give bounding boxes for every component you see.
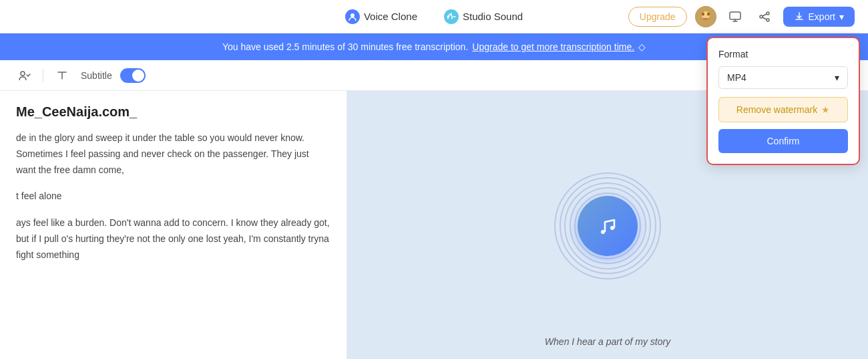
confirm-button[interactable]: Confirm bbox=[718, 129, 848, 153]
svg-point-0 bbox=[351, 13, 355, 17]
studio-sound-nav[interactable]: Studio Sound bbox=[439, 7, 528, 27]
banner-message: You have used 2.5 minutes of 30 minutes … bbox=[222, 41, 468, 52]
track-title: Me_CeeNaija.com_ bbox=[16, 104, 331, 120]
voice-clone-nav[interactable]: Voice Clone bbox=[340, 7, 423, 27]
remove-watermark-label: Remove watermark bbox=[736, 104, 817, 115]
studio-sound-icon bbox=[444, 9, 459, 24]
format-value: MP4 bbox=[727, 72, 746, 83]
lyrics-block-1: de in the glory and sweep it under the t… bbox=[16, 130, 331, 178]
export-button[interactable]: Export ▾ bbox=[783, 7, 855, 27]
star-icon: ★ bbox=[821, 104, 830, 115]
voice-clone-icon bbox=[345, 9, 360, 24]
svg-point-4 bbox=[707, 12, 710, 15]
remove-watermark-button[interactable]: Remove watermark ★ bbox=[718, 97, 848, 122]
subtitle-overlay: When I hear a part of my story bbox=[545, 336, 670, 347]
svg-point-10 bbox=[601, 230, 605, 234]
svg-point-3 bbox=[702, 12, 704, 15]
lyrics-block-2: t feel alone bbox=[16, 189, 331, 205]
toolbar-divider bbox=[43, 69, 43, 82]
text-icon[interactable] bbox=[51, 65, 73, 86]
header: Voice Clone Studio Sound Upgrade bbox=[0, 0, 868, 33]
header-right: Upgrade bbox=[628, 6, 855, 27]
lyrics-block-3: ays feel like a burden. Don't wanna add … bbox=[16, 215, 331, 263]
svg-point-11 bbox=[610, 226, 614, 230]
share-icon[interactable] bbox=[754, 6, 775, 27]
chevron-down-icon: ▾ bbox=[835, 72, 839, 83]
left-panel: Me_CeeNaija.com_ de in the glory and swe… bbox=[0, 91, 347, 359]
avatar[interactable] bbox=[695, 6, 716, 27]
svg-point-8 bbox=[767, 19, 769, 21]
format-label: Format bbox=[718, 49, 848, 59]
studio-sound-label: Studio Sound bbox=[463, 11, 523, 22]
subtitle-toggle[interactable] bbox=[120, 68, 146, 83]
svg-point-9 bbox=[21, 72, 25, 76]
svg-rect-5 bbox=[730, 12, 740, 19]
music-visual bbox=[554, 172, 661, 279]
export-chevron: ▾ bbox=[839, 11, 844, 22]
header-nav: Voice Clone Studio Sound bbox=[340, 7, 528, 27]
monitor-icon[interactable] bbox=[724, 6, 746, 27]
banner-diamond-icon: ◇ bbox=[638, 41, 646, 52]
subtitle-label: Subtitle bbox=[81, 70, 112, 81]
format-select[interactable]: MP4 ▾ bbox=[718, 66, 848, 89]
music-note-circle bbox=[578, 196, 638, 256]
svg-point-7 bbox=[760, 15, 763, 18]
export-label: Export bbox=[809, 11, 835, 22]
banner-upgrade-link[interactable]: Upgrade to get more transcription time. bbox=[472, 41, 634, 52]
user-list-icon[interactable] bbox=[13, 65, 35, 86]
upgrade-button[interactable]: Upgrade bbox=[628, 7, 687, 27]
export-panel: Format MP4 ▾ Remove watermark ★ Confirm bbox=[706, 37, 860, 165]
svg-point-6 bbox=[767, 12, 769, 15]
voice-clone-label: Voice Clone bbox=[364, 11, 417, 22]
